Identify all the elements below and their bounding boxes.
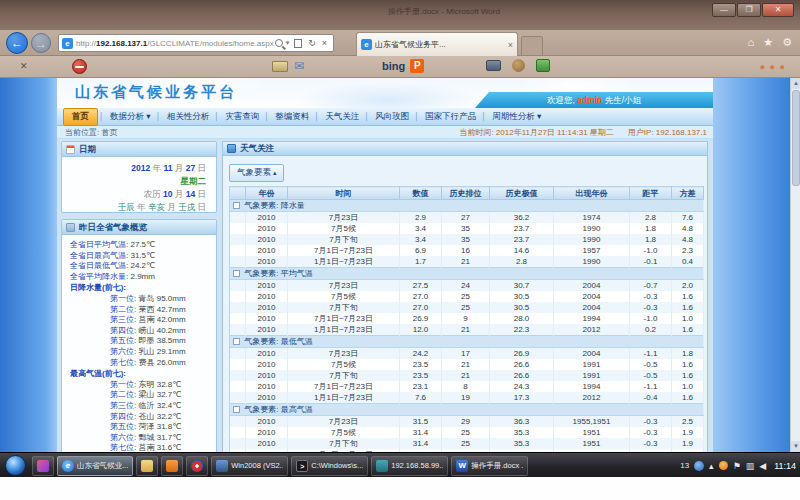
tray-app-icon[interactable] <box>694 461 704 471</box>
breadcrumb: 当前位置: 首页 <box>65 126 117 139</box>
menu-item[interactable]: 相关性分析 <box>159 109 218 125</box>
paw-icon[interactable] <box>512 59 525 72</box>
mail-icon[interactable]: ✉ <box>294 59 304 73</box>
taskbar-clock[interactable]: 11:14 <box>774 461 796 471</box>
table-row[interactable]: 20107月23日31.52936.31955,1951-0.32.5 <box>230 416 704 428</box>
system-tray: 13 ▴ ⚑ ▥ ◀ 11:14 <box>680 453 796 478</box>
group-checkbox[interactable] <box>233 202 240 209</box>
taskbar-window-button[interactable]: 山东省气候业... <box>57 456 133 476</box>
tray-orange-icon[interactable] <box>719 461 728 470</box>
win-icon <box>216 460 228 472</box>
group-checkbox[interactable] <box>233 406 240 413</box>
tab-close-icon[interactable]: × <box>508 40 513 50</box>
table-cell: 35.3 <box>490 427 554 438</box>
taskbar-window-button[interactable] <box>136 456 158 476</box>
speaker-icon[interactable]: ◀ <box>759 461 766 471</box>
bing-search-widget[interactable]: bing P <box>382 59 424 73</box>
scrollbar-thumb[interactable] <box>792 90 800 186</box>
menu-item[interactable]: 周期性分析 ▾ <box>484 109 549 125</box>
url-text[interactable]: http://192.168.137.1/GLCCLIMATE/modules/… <box>76 39 274 48</box>
home-icon[interactable]: ⌂ <box>748 36 755 49</box>
table-row[interactable]: 20107月1日~7月23日26.9928.01994-1.01.0 <box>230 313 704 324</box>
table-cell: -0.5 <box>630 370 672 381</box>
forward-button[interactable]: → <box>31 33 51 53</box>
table-row[interactable]: 20101月1日~7月23日12.02122.320120.21.6 <box>230 324 704 336</box>
table-row[interactable]: 20107月1日~7月23日23.1824.31994-1.11.0 <box>230 381 704 392</box>
menu-item[interactable]: 整编资料 <box>267 109 317 125</box>
close-button[interactable]: ✕ <box>762 3 794 17</box>
menu-item[interactable]: 风向玫图 <box>367 109 417 125</box>
table-row[interactable]: 20107月23日27.52430.72004-0.72.0 <box>230 280 704 292</box>
taskbar-window-button[interactable]: C:\Windows\s... <box>291 456 368 476</box>
table-row[interactable]: 20107月下旬23.52126.61991-0.51.6 <box>230 370 704 381</box>
menu-item[interactable]: 灾害查询 <box>217 109 267 125</box>
table-row[interactable]: 20107月下旬31.42535.31951-0.31.9 <box>230 438 704 449</box>
gear-icon[interactable]: ⚙ <box>782 36 792 49</box>
vertical-scrollbar[interactable]: ▲ ▼ <box>790 78 800 452</box>
toolbar-close-icon[interactable]: ✕ <box>20 61 28 71</box>
table-cell: 2004 <box>554 280 630 292</box>
group-row[interactable]: 气象要素: 最低气温 <box>230 336 704 348</box>
taskbar-window-button[interactable] <box>161 456 183 476</box>
table-row[interactable]: 20107月23日2.92736.219742.87.6 <box>230 212 704 224</box>
table-cell: 1.6 <box>672 324 704 336</box>
taskbar-window-button[interactable]: 192.168.58.99... <box>371 456 448 476</box>
favorites-star-icon[interactable]: ★ <box>763 36 773 49</box>
back-button[interactable]: ← <box>6 32 28 54</box>
camera-icon[interactable] <box>486 60 501 71</box>
refresh-icon[interactable]: ↻ <box>308 38 316 48</box>
new-tab-button[interactable] <box>521 36 543 56</box>
puzzle-icon[interactable] <box>536 59 550 72</box>
rank-item: 第一位: 东明 32.8℃ <box>70 380 216 391</box>
element-filter-button[interactable]: 气象要素 <box>229 164 284 182</box>
taskbar-window-button[interactable]: 操作手册.docx ... <box>451 456 528 476</box>
overview-stat: 全省平均降水量: 2.9mm <box>70 272 216 283</box>
group-row[interactable]: 气象要素: 降水量 <box>230 200 704 212</box>
scroll-down-icon[interactable]: ▼ <box>791 441 800 452</box>
table-row[interactable]: 20101月1日~7月23日7.61917.32012-0.41.6 <box>230 392 704 404</box>
search-icon[interactable] <box>275 39 283 47</box>
card-icon[interactable] <box>272 61 288 72</box>
blocker-icon[interactable] <box>72 59 87 74</box>
table-cell: 7月下旬 <box>288 438 400 449</box>
table-row[interactable]: 20107月5候3.43523.719901.84.8 <box>230 223 704 234</box>
taskbar-window-button[interactable]: Win2008 (VS2... <box>211 456 288 476</box>
minimize-button[interactable]: — <box>712 3 736 17</box>
menu-item[interactable]: 天气关注 <box>317 109 367 125</box>
p-badge-icon[interactable]: P <box>410 59 424 73</box>
more-dots-icon[interactable]: ● ● ● <box>760 62 786 72</box>
table-cell: 1990 <box>554 223 630 234</box>
table-cell: 2010 <box>246 280 288 292</box>
table-row[interactable]: 20107月23日24.21726.92004-1.11.8 <box>230 348 704 360</box>
browser-tab[interactable]: e 山东省气候业务平... × <box>356 32 518 56</box>
start-button[interactable] <box>5 455 26 476</box>
table-cell: 27.5 <box>400 280 442 292</box>
menu-item[interactable]: 首页 <box>63 108 98 126</box>
network-icon[interactable]: ▥ <box>746 461 755 471</box>
table-row[interactable]: 20101月1日~7月23日1.7212.81990-0.10.4 <box>230 256 704 268</box>
group-row[interactable]: 气象要素: 最高气温 <box>230 404 704 416</box>
chevron-down-icon[interactable]: ▾ <box>286 39 290 47</box>
table-row[interactable]: 20107月5候27.02530.52004-0.31.6 <box>230 291 704 302</box>
group-row[interactable]: 气象要素: 平均气温 <box>230 268 704 280</box>
show-hidden-icons[interactable]: ▴ <box>709 461 714 471</box>
table-row[interactable]: 20107月下旬3.43523.719901.84.8 <box>230 234 704 245</box>
table-row[interactable]: 20107月5候31.42535.31951-0.31.9 <box>230 427 704 438</box>
restore-button[interactable]: ❐ <box>737 3 761 17</box>
compatibility-icon[interactable] <box>294 39 302 48</box>
menu-item[interactable]: 国家下行产品 <box>417 109 484 125</box>
action-center-flag-icon[interactable]: ⚑ <box>733 461 741 471</box>
table-cell: 36.2 <box>490 212 554 224</box>
group-checkbox[interactable] <box>233 338 240 345</box>
table-row[interactable]: 20107月1日~7月23日6.91614.61957-1.02.3 <box>230 245 704 256</box>
group-checkbox[interactable] <box>233 270 240 277</box>
calendar-date: 2012 年 11 月 27 日 <box>62 162 206 175</box>
stop-icon[interactable]: × <box>322 38 327 48</box>
taskbar-window-button[interactable] <box>32 456 54 476</box>
menu-item[interactable]: 数据分析 ▾ <box>102 109 159 125</box>
address-bar[interactable]: e http://192.168.137.1/GLCCLIMATE/module… <box>58 34 334 52</box>
scroll-up-icon[interactable]: ▲ <box>791 78 800 89</box>
taskbar-window-button[interactable] <box>186 456 208 476</box>
table-row[interactable]: 20107月下旬27.02530.52004-0.31.6 <box>230 302 704 313</box>
table-row[interactable]: 20107月5候23.52126.61991-0.51.6 <box>230 359 704 370</box>
